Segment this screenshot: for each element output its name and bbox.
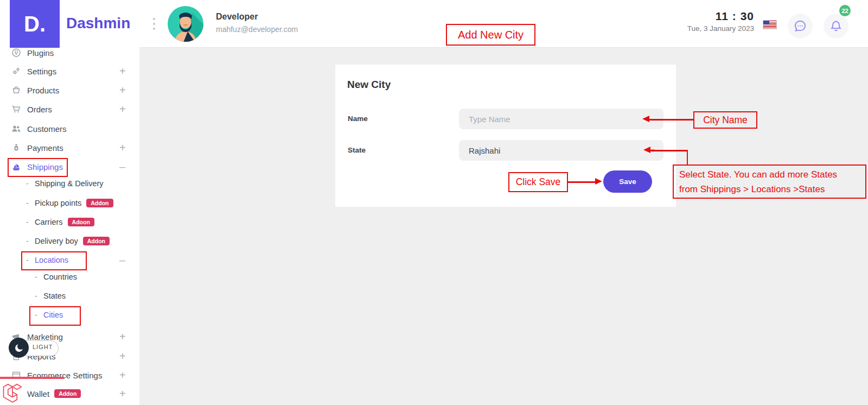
logo-mark: D. bbox=[24, 12, 46, 36]
plugins-icon bbox=[11, 48, 21, 58]
clock: 11 : 30 Tue, 3 January 2023 bbox=[646, 10, 754, 33]
dash: - bbox=[26, 199, 29, 207]
sidebar-item-carriers[interactable]: - CarriersAdoon bbox=[0, 214, 139, 230]
user-name: Developer bbox=[216, 12, 258, 22]
payments-icon bbox=[11, 143, 21, 153]
laravel-overlay bbox=[0, 377, 64, 405]
avatar-illustration bbox=[167, 5, 204, 42]
dash: - bbox=[26, 237, 29, 245]
sidebar-item-label: Shippings bbox=[27, 162, 63, 172]
notifications-button[interactable]: 22 bbox=[824, 14, 848, 39]
annotation-text: Select State. You can add more States bbox=[679, 169, 837, 180]
sidebar-item-shippings[interactable]: Shippings – bbox=[0, 159, 139, 175]
sidebar-item-label: Settings bbox=[27, 67, 56, 76]
state-label: State bbox=[348, 146, 366, 154]
annotation-line bbox=[687, 150, 688, 166]
addon-badge: Addon bbox=[86, 199, 113, 208]
sidebar-item-label: Carriers bbox=[35, 218, 63, 226]
moon-icon bbox=[9, 338, 29, 358]
annotation-line bbox=[649, 119, 693, 121]
collapse-icon[interactable]: – bbox=[119, 254, 125, 267]
dash: - bbox=[35, 292, 37, 300]
chat-icon bbox=[793, 19, 807, 33]
theme-toggle-label: LIGHT bbox=[33, 344, 53, 350]
annotation-text: from Shippings > Locations >States bbox=[679, 184, 825, 194]
brand-name: Dashmin bbox=[66, 15, 130, 32]
sidebar-item-locations[interactable]: - Locations – bbox=[0, 252, 139, 268]
sidebar-item-countries[interactable]: - Countries bbox=[0, 269, 139, 285]
sidebar-item-states[interactable]: - States bbox=[0, 288, 139, 304]
annotation-click-save: Click Save bbox=[508, 172, 568, 192]
expand-icon[interactable]: + bbox=[119, 369, 126, 382]
sidebar-item-pickup-points[interactable]: - Pickup pointsAddon bbox=[0, 195, 139, 211]
dash: - bbox=[35, 311, 37, 319]
expand-icon[interactable]: + bbox=[119, 350, 126, 363]
sidebar-item-shipping-delivery[interactable]: - Shipping & Delivery bbox=[0, 175, 139, 192]
card-title: New City bbox=[347, 79, 391, 91]
expand-icon[interactable]: + bbox=[119, 65, 126, 78]
sidebar-item-label: Delivery boy bbox=[35, 237, 78, 245]
sidebar-item-settings[interactable]: Settings + bbox=[0, 63, 139, 79]
sidebar-item-label: Countries bbox=[43, 273, 77, 281]
header-divider bbox=[139, 47, 868, 48]
save-button[interactable]: Save bbox=[603, 170, 652, 193]
laravel-overlay-bar bbox=[0, 377, 64, 379]
header: D. Dashmin Developer mahfuz@developer.co… bbox=[0, 0, 868, 48]
kebab-menu-icon[interactable] bbox=[153, 18, 155, 30]
name-label: Name bbox=[348, 115, 368, 123]
sidebar-item-label: Products bbox=[27, 86, 59, 95]
user-email: mahfuz@developer.com bbox=[216, 25, 298, 34]
sidebar-item-customers[interactable]: Customers bbox=[0, 121, 139, 137]
sidebar-item-label: Customers bbox=[27, 124, 67, 134]
addon-badge: Addon bbox=[83, 237, 110, 246]
notification-badge: 22 bbox=[839, 5, 851, 16]
sidebar-item-label: States bbox=[43, 292, 66, 300]
sidebar-item-payments[interactable]: Payments + bbox=[0, 140, 139, 156]
expand-icon[interactable]: + bbox=[119, 388, 126, 400]
date: Tue, 3 January 2023 bbox=[646, 24, 754, 33]
state-select-value: Rajshahi bbox=[469, 146, 500, 155]
city-name-input[interactable] bbox=[459, 109, 663, 129]
addon-badge: Adoon bbox=[68, 218, 94, 227]
arrow-right-icon bbox=[595, 178, 602, 185]
bell-icon bbox=[829, 19, 843, 33]
sidebar-item-label: Cities bbox=[43, 311, 63, 319]
annotation-add-new-city: Add New City bbox=[446, 24, 535, 46]
app-logo[interactable]: D. bbox=[10, 0, 60, 48]
dash: - bbox=[26, 179, 29, 188]
dash: - bbox=[26, 218, 29, 226]
sidebar-item-label: Payments bbox=[27, 143, 63, 153]
expand-icon[interactable]: + bbox=[119, 103, 126, 116]
laravel-icon bbox=[2, 381, 23, 403]
sidebar-item-label: Shipping & Delivery bbox=[35, 179, 104, 188]
expand-icon[interactable]: + bbox=[119, 142, 126, 154]
messages-button[interactable] bbox=[788, 14, 813, 39]
sidebar-item-label: Locations bbox=[35, 256, 68, 264]
sidebar-item-orders[interactable]: Orders + bbox=[0, 101, 139, 117]
sidebar-item-products[interactable]: Products + bbox=[0, 82, 139, 98]
expand-icon[interactable]: + bbox=[119, 84, 126, 97]
annotation-line bbox=[650, 150, 688, 151]
sidebar-item-cities[interactable]: - Cities bbox=[0, 307, 139, 323]
arrow-left-icon bbox=[642, 116, 649, 122]
annotation-line bbox=[568, 181, 596, 183]
time: 11 : 30 bbox=[646, 10, 754, 23]
orders-icon bbox=[11, 104, 21, 114]
theme-toggle[interactable]: LIGHT bbox=[9, 337, 59, 359]
dash: - bbox=[35, 273, 37, 281]
expand-icon[interactable]: + bbox=[119, 331, 126, 343]
state-select[interactable]: Rajshahi bbox=[459, 140, 663, 161]
annotation-city-name: City Name bbox=[693, 111, 757, 129]
shippings-icon bbox=[11, 162, 21, 172]
sidebar: Plugins Settings + Products + Orders + C… bbox=[0, 0, 139, 405]
sidebar-item-label: Plugins bbox=[27, 48, 54, 58]
sidebar-item-delivery-boy[interactable]: - Delivery boyAddon bbox=[0, 233, 139, 249]
products-icon bbox=[11, 85, 21, 95]
settings-icon bbox=[11, 66, 21, 76]
us-flag-icon[interactable] bbox=[763, 21, 776, 29]
dash: - bbox=[26, 256, 29, 264]
sidebar-item-label: Pickup points bbox=[35, 199, 81, 207]
collapse-icon[interactable]: – bbox=[119, 161, 125, 173]
avatar[interactable] bbox=[167, 5, 204, 42]
customers-icon bbox=[11, 124, 21, 134]
